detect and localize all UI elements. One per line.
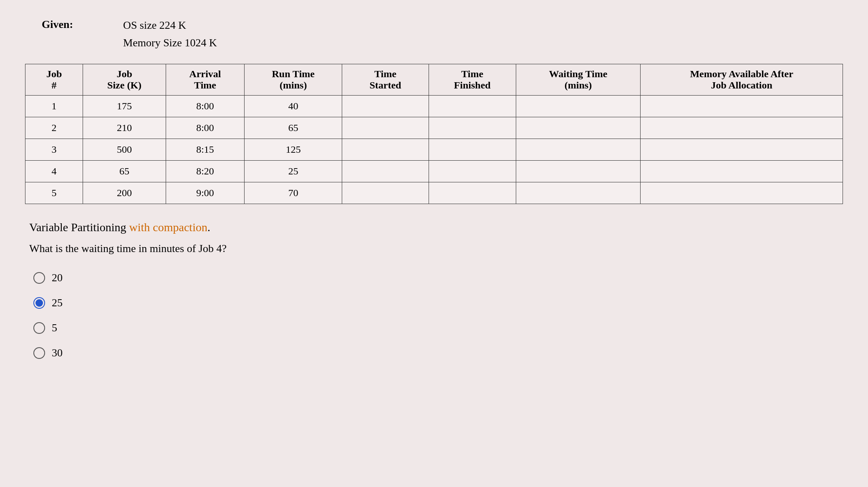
- given-label: Given:: [42, 17, 73, 51]
- table-cell: [641, 161, 843, 182]
- table-cell: [516, 139, 641, 161]
- option-30[interactable]: 30: [33, 347, 843, 359]
- option-label: 25: [52, 297, 63, 309]
- option-label: 20: [52, 272, 63, 284]
- table-cell: [516, 161, 641, 182]
- table-cell: [429, 161, 516, 182]
- table-cell: [641, 96, 843, 117]
- vp-prefix: Variable Partitioning: [29, 221, 129, 234]
- col-memory-after: Memory Available AfterJob Allocation: [641, 64, 843, 96]
- table-cell: 2: [25, 117, 83, 139]
- table-cell: 8:00: [166, 117, 244, 139]
- table-cell: 8:00: [166, 96, 244, 117]
- table-cell: 70: [245, 182, 342, 204]
- table-cell: [342, 96, 429, 117]
- variable-partitioning-text: Variable Partitioning with compaction.: [29, 221, 843, 234]
- table-cell: [641, 182, 843, 204]
- col-run-time: Run Time(mins): [245, 64, 342, 96]
- memory-size: Memory Size 1024 K: [123, 34, 217, 52]
- table-cell: [429, 139, 516, 161]
- options-section: 2025530: [33, 272, 843, 359]
- table-cell: 125: [245, 139, 342, 161]
- col-waiting-time: Waiting Time(mins): [516, 64, 641, 96]
- table-cell: 210: [83, 117, 166, 139]
- table-cell: [342, 161, 429, 182]
- table-cell: [429, 182, 516, 204]
- table-cell: 1: [25, 96, 83, 117]
- radio-circle[interactable]: [33, 347, 45, 359]
- vp-highlight: with compaction: [129, 221, 207, 234]
- option-25[interactable]: 25: [33, 297, 843, 309]
- table-cell: 65: [245, 117, 342, 139]
- table-cell: 200: [83, 182, 166, 204]
- table-cell: 8:15: [166, 139, 244, 161]
- col-job-num: Job#: [25, 64, 83, 96]
- option-20[interactable]: 20: [33, 272, 843, 284]
- table-row: 11758:0040: [25, 96, 843, 117]
- table-cell: 25: [245, 161, 342, 182]
- table-cell: [429, 96, 516, 117]
- table-cell: [342, 117, 429, 139]
- radio-circle[interactable]: [33, 272, 45, 284]
- table-row: 4658:2025: [25, 161, 843, 182]
- table-row: 22108:0065: [25, 117, 843, 139]
- os-size: OS size 224 K: [123, 17, 217, 34]
- radio-circle[interactable]: [33, 322, 45, 334]
- option-label: 5: [52, 322, 57, 334]
- job-table: Job# JobSize (K) ArrivalTime Run Time(mi…: [25, 64, 843, 204]
- col-arrival-time: ArrivalTime: [166, 64, 244, 96]
- table-cell: 500: [83, 139, 166, 161]
- table-cell: [641, 139, 843, 161]
- table-cell: [641, 117, 843, 139]
- given-section: Given: OS size 224 K Memory Size 1024 K: [42, 17, 843, 51]
- table-row: 35008:15125: [25, 139, 843, 161]
- table-cell: [342, 139, 429, 161]
- col-time-started: TimeStarted: [342, 64, 429, 96]
- table-row: 52009:0070: [25, 182, 843, 204]
- table-cell: [516, 96, 641, 117]
- table-cell: 8:20: [166, 161, 244, 182]
- table-cell: 40: [245, 96, 342, 117]
- option-label: 30: [52, 347, 63, 359]
- table-cell: [429, 117, 516, 139]
- table-cell: [516, 182, 641, 204]
- radio-circle[interactable]: [33, 297, 45, 309]
- vp-suffix: .: [207, 221, 210, 234]
- table-cell: 175: [83, 96, 166, 117]
- given-values: OS size 224 K Memory Size 1024 K: [123, 17, 217, 51]
- col-job-size: JobSize (K): [83, 64, 166, 96]
- table-cell: [342, 182, 429, 204]
- table-cell: 4: [25, 161, 83, 182]
- table-cell: 9:00: [166, 182, 244, 204]
- col-time-finished: TimeFinished: [429, 64, 516, 96]
- table-cell: 65: [83, 161, 166, 182]
- option-5[interactable]: 5: [33, 322, 843, 334]
- table-cell: 5: [25, 182, 83, 204]
- table-cell: 3: [25, 139, 83, 161]
- table-header-row: Job# JobSize (K) ArrivalTime Run Time(mi…: [25, 64, 843, 96]
- question-text: What is the waiting time in minutes of J…: [29, 242, 843, 255]
- table-cell: [516, 117, 641, 139]
- radio-inner: [35, 299, 43, 307]
